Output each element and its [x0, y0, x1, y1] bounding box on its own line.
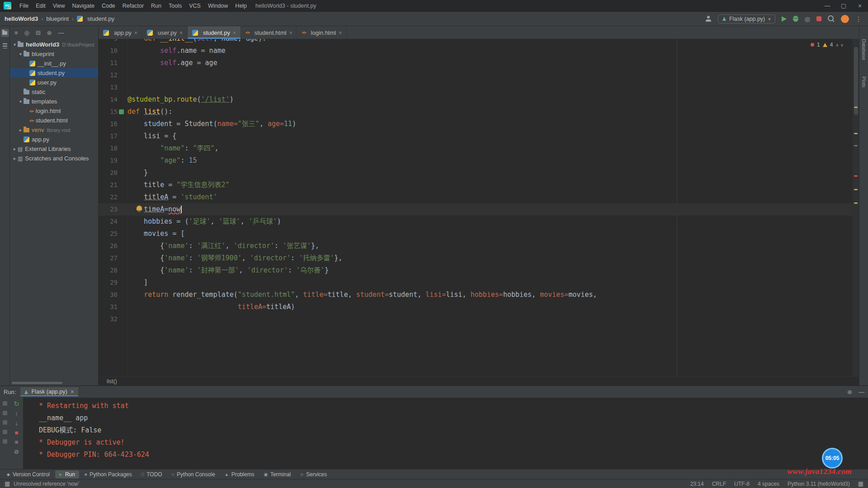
code-line-32[interactable]: 32	[99, 313, 853, 325]
status-23-14[interactable]: 23:14	[690, 481, 704, 487]
project-horizontal-scrollbar[interactable]	[12, 382, 62, 384]
code-with-me-icon[interactable]	[705, 16, 712, 22]
line-number[interactable]: 24	[99, 216, 127, 228]
line-number[interactable]: 9	[99, 39, 127, 45]
coverage-button[interactable]	[805, 15, 810, 23]
stripe-mark[interactable]	[854, 189, 858, 190]
up-icon[interactable]	[15, 411, 18, 417]
menu-edit[interactable]: Edit	[32, 3, 49, 9]
status-4-spaces[interactable]: 4 spaces	[758, 481, 779, 487]
stop-icon[interactable]	[15, 430, 19, 436]
toolwindow-button-run[interactable]: Run	[55, 470, 79, 479]
code-line-28[interactable]: 28 {'name': '封神第一部', 'director': '乌尔善'}	[99, 264, 853, 277]
tab-student-py[interactable]: student.py	[188, 26, 241, 39]
run-stripe-icon[interactable]	[3, 411, 7, 415]
run-console[interactable]: * Restarting with stat__name__ appDEBUG模…	[24, 398, 868, 469]
line-number[interactable]: 23	[99, 203, 127, 216]
line-number[interactable]: 19	[99, 155, 127, 167]
project-stripe-button[interactable]	[1, 29, 9, 37]
menu-help[interactable]: Help	[231, 3, 250, 9]
line-number[interactable]: 22	[99, 191, 127, 203]
chevron-down-icon[interactable]	[18, 52, 24, 56]
code-line-23[interactable]: 23 timeA=now	[99, 203, 853, 216]
project-item-helloworld3[interactable]: helloWorld3D:\flaskProject	[10, 40, 98, 49]
tab-user-py[interactable]: user.py	[142, 26, 188, 39]
menu-icon[interactable]	[15, 439, 19, 445]
line-number[interactable]: 10	[99, 45, 127, 57]
code-line-27[interactable]: 27 {'name': '钢琴师1900', 'director': '托纳多雷…	[99, 252, 853, 264]
code-line-31[interactable]: 31 titleA=titleA)	[99, 301, 853, 313]
menu-navigate[interactable]: Navigate	[69, 3, 98, 9]
line-number[interactable]: 26	[99, 240, 127, 252]
toolwindow-button-terminal[interactable]: Terminal	[259, 470, 295, 479]
code-line-12[interactable]: 12	[99, 69, 853, 81]
chevron-right-icon[interactable]	[12, 146, 18, 151]
project-item-student-py[interactable]: student.py	[10, 68, 98, 78]
run-config-selector[interactable]: Flask (app.py)	[718, 14, 775, 23]
line-number[interactable]: 18	[99, 142, 127, 155]
menu-vcs[interactable]: VCS	[185, 3, 204, 9]
menu-refactor[interactable]: Refactor	[119, 3, 147, 9]
line-number[interactable]: 32	[99, 313, 127, 325]
project-item-login-html[interactable]: login.html	[10, 106, 98, 116]
run-stripe-icon[interactable]	[3, 439, 7, 444]
chevron-right-icon[interactable]	[12, 156, 18, 161]
breadcrumb-student-py[interactable]: student.py	[77, 15, 114, 22]
stripe-mark[interactable]	[854, 107, 858, 108]
line-number[interactable]: 25	[99, 228, 127, 240]
hide-icon[interactable]	[58, 30, 64, 36]
menu-file[interactable]: File	[16, 3, 32, 9]
run-stripe-icon[interactable]	[3, 420, 7, 425]
project-item-venv[interactable]: venvlibrary root	[10, 125, 98, 135]
line-number[interactable]: 14	[99, 94, 127, 106]
line-number[interactable]: 11	[99, 57, 127, 69]
stripe-mark[interactable]	[854, 202, 858, 204]
inspections-widget[interactable]: 1 4	[807, 41, 848, 48]
code-line-10[interactable]: 10 self.name = name	[99, 45, 853, 57]
editor-breadcrumb[interactable]: list()	[99, 376, 859, 385]
code-line-25[interactable]: 25 movies = [	[99, 228, 853, 240]
line-number[interactable]: 27	[99, 252, 127, 264]
breadcrumb-blueprint[interactable]: blueprint	[46, 15, 69, 22]
locate-icon[interactable]	[24, 30, 29, 36]
toolwindow-button-services[interactable]: Services	[296, 470, 331, 479]
code-line-9[interactable]: 9 def __init__(self, name, age):	[99, 39, 853, 45]
stripe-mark[interactable]	[854, 145, 858, 146]
project-view-icon[interactable]	[14, 30, 18, 36]
search-everywhere-icon[interactable]	[828, 15, 835, 22]
collapse-all-icon[interactable]	[36, 30, 41, 36]
menu-view[interactable]: View	[49, 3, 69, 9]
stop-button[interactable]	[816, 16, 821, 21]
error-stripe[interactable]	[853, 39, 859, 376]
line-number[interactable]: 21	[99, 179, 127, 191]
code-line-19[interactable]: 19 "age": 15	[99, 155, 853, 167]
toolwindow-button-todo[interactable]: TODO	[137, 470, 166, 479]
run-stripe-icon[interactable]	[3, 430, 7, 434]
line-number[interactable]: 28	[99, 264, 127, 277]
status-python-3-11-helloworld3[interactable]: Python 3.11 (helloWorld3)	[788, 481, 850, 487]
code-line-15[interactable]: 15def list():	[99, 106, 853, 118]
flask-route-gutter-icon[interactable]	[119, 109, 124, 114]
chevron-down-icon[interactable]	[12, 42, 18, 47]
project-item-blueprint[interactable]: blueprint	[10, 49, 98, 59]
toolwindow-button-python-console[interactable]: Python Console	[168, 470, 219, 479]
code-line-17[interactable]: 17 lisi = {	[99, 130, 853, 142]
tab-student-html[interactable]: student.html	[241, 26, 297, 39]
toolwindow-button-python-packages[interactable]: Python Packages	[80, 470, 136, 479]
debug-button[interactable]	[793, 16, 798, 22]
line-number[interactable]: 31	[99, 301, 127, 313]
stripe-mark[interactable]	[854, 175, 858, 177]
structure-stripe-button[interactable]	[1, 42, 9, 50]
close-icon[interactable]	[179, 29, 183, 36]
tab-login-html[interactable]: login.html	[297, 26, 347, 39]
stripe-mark[interactable]	[854, 133, 858, 134]
status-utf-8[interactable]: UTF-8	[734, 481, 750, 487]
layout-icon[interactable]	[858, 481, 863, 487]
line-number[interactable]: 29	[99, 277, 127, 289]
close-button[interactable]	[852, 0, 868, 11]
project-item-app-py[interactable]: app.py	[10, 135, 98, 144]
code-line-22[interactable]: 22 titleA = 'student'	[99, 191, 853, 203]
menu-tools[interactable]: Tools	[165, 3, 185, 9]
code-line-18[interactable]: 18 "name": "李四",	[99, 142, 853, 155]
code-line-16[interactable]: 16 student = Student(name="张三", age=11)	[99, 118, 853, 130]
